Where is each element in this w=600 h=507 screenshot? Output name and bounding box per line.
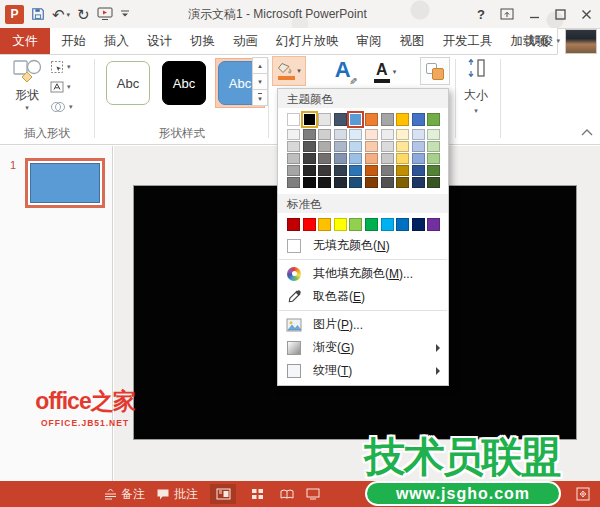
- gradient-menu-item[interactable]: 渐变(G): [278, 336, 448, 359]
- tab-transitions[interactable]: 切换: [181, 28, 224, 54]
- color-swatch[interactable]: [365, 141, 378, 152]
- text-fill-button[interactable]: A ▾: [368, 57, 402, 87]
- color-swatch[interactable]: [412, 153, 425, 164]
- color-swatch[interactable]: [412, 218, 425, 231]
- tab-slideshow[interactable]: 幻灯片放映: [267, 28, 348, 54]
- picture-fill-menu-item[interactable]: 图片(P)...: [278, 313, 448, 336]
- color-swatch[interactable]: [412, 141, 425, 152]
- minimize-button[interactable]: [529, 9, 540, 20]
- save-button[interactable]: [31, 7, 45, 21]
- color-swatch[interactable]: [318, 113, 331, 126]
- color-swatch[interactable]: [287, 165, 300, 176]
- color-swatch[interactable]: [334, 218, 347, 231]
- color-swatch[interactable]: [287, 177, 300, 188]
- color-swatch[interactable]: [396, 129, 409, 140]
- slide-sorter-view-button[interactable]: [244, 484, 270, 504]
- tab-review[interactable]: 审阅: [348, 28, 391, 54]
- maximize-button[interactable]: [555, 9, 566, 20]
- user-account-menu[interactable]: 胡俊 ▾: [528, 28, 560, 54]
- color-swatch[interactable]: [303, 113, 316, 126]
- comments-button[interactable]: 批注: [156, 481, 198, 507]
- color-swatch[interactable]: [381, 165, 394, 176]
- color-swatch[interactable]: [303, 129, 316, 140]
- color-swatch[interactable]: [412, 165, 425, 176]
- color-swatch[interactable]: [427, 177, 440, 188]
- color-swatch[interactable]: [396, 153, 409, 164]
- color-swatch[interactable]: [349, 113, 362, 126]
- tab-file[interactable]: 文件: [0, 28, 50, 54]
- text-effects-button[interactable]: A ✎: [331, 57, 361, 85]
- color-swatch[interactable]: [334, 141, 347, 152]
- color-swatch[interactable]: [365, 165, 378, 176]
- color-swatch[interactable]: [396, 218, 409, 231]
- color-swatch[interactable]: [381, 113, 394, 126]
- color-swatch[interactable]: [287, 113, 300, 126]
- styles-scroll-up-button[interactable]: ▴: [252, 57, 268, 74]
- normal-view-button[interactable]: [210, 484, 236, 504]
- color-swatch[interactable]: [303, 177, 316, 188]
- tab-insert[interactable]: 插入: [95, 28, 138, 54]
- color-swatch[interactable]: [365, 129, 378, 140]
- color-swatch[interactable]: [334, 113, 347, 126]
- help-button[interactable]: ?: [477, 7, 485, 22]
- color-swatch[interactable]: [427, 129, 440, 140]
- edit-shape-button[interactable]: ▾: [50, 59, 73, 75]
- color-swatch[interactable]: [349, 141, 362, 152]
- size-group-button[interactable]: 大小 ▾: [456, 57, 496, 115]
- color-swatch[interactable]: [427, 165, 440, 176]
- color-swatch[interactable]: [318, 218, 331, 231]
- color-swatch[interactable]: [381, 129, 394, 140]
- color-swatch[interactable]: [396, 113, 409, 126]
- color-swatch[interactable]: [396, 165, 409, 176]
- color-swatch[interactable]: [303, 153, 316, 164]
- color-swatch[interactable]: [303, 165, 316, 176]
- color-swatch[interactable]: [365, 218, 378, 231]
- color-swatch[interactable]: [412, 113, 425, 126]
- redo-button[interactable]: ↻: [77, 7, 90, 22]
- shape-style-option-1[interactable]: Abc: [103, 58, 153, 108]
- color-swatch[interactable]: [318, 129, 331, 140]
- shape-fill-button[interactable]: ▾: [272, 56, 306, 86]
- color-swatch[interactable]: [349, 153, 362, 164]
- color-swatch[interactable]: [427, 141, 440, 152]
- color-swatch[interactable]: [381, 177, 394, 188]
- color-swatch[interactable]: [334, 177, 347, 188]
- color-swatch[interactable]: [349, 129, 362, 140]
- tab-home[interactable]: 开始: [52, 28, 95, 54]
- eyedropper-menu-item[interactable]: 取色器(E): [278, 285, 448, 308]
- undo-button[interactable]: ↶ ▾: [52, 7, 70, 22]
- color-swatch[interactable]: [427, 113, 440, 126]
- color-swatch[interactable]: [318, 141, 331, 152]
- color-swatch[interactable]: [412, 129, 425, 140]
- color-swatch[interactable]: [381, 218, 394, 231]
- color-swatch[interactable]: [287, 218, 300, 231]
- start-slideshow-button[interactable]: [97, 7, 113, 21]
- arrange-button[interactable]: [420, 57, 450, 85]
- color-swatch[interactable]: [287, 129, 300, 140]
- close-button[interactable]: [581, 9, 592, 20]
- texture-menu-item[interactable]: 纹理(T): [278, 359, 448, 382]
- styles-scroll-down-button[interactable]: ▾: [252, 73, 268, 90]
- color-swatch[interactable]: [334, 153, 347, 164]
- user-avatar[interactable]: [565, 29, 597, 54]
- slideshow-view-button[interactable]: [300, 484, 326, 504]
- color-swatch[interactable]: [318, 177, 331, 188]
- color-swatch[interactable]: [318, 153, 331, 164]
- tab-view[interactable]: 视图: [391, 28, 434, 54]
- merge-shapes-button[interactable]: ▾: [50, 99, 73, 115]
- color-swatch[interactable]: [303, 141, 316, 152]
- color-swatch[interactable]: [427, 218, 440, 231]
- shapes-gallery-button[interactable]: 形状 ▾: [8, 58, 46, 120]
- color-swatch[interactable]: [365, 177, 378, 188]
- ribbon-display-options-button[interactable]: [500, 8, 514, 20]
- reading-view-button[interactable]: [274, 484, 300, 504]
- tab-animations[interactable]: 动画: [224, 28, 267, 54]
- fit-slide-button[interactable]: [570, 484, 596, 504]
- color-swatch[interactable]: [365, 153, 378, 164]
- qat-customize-button[interactable]: [120, 10, 130, 18]
- color-swatch[interactable]: [318, 165, 331, 176]
- color-swatch[interactable]: [396, 177, 409, 188]
- color-swatch[interactable]: [287, 141, 300, 152]
- color-swatch[interactable]: [427, 153, 440, 164]
- color-swatch[interactable]: [381, 153, 394, 164]
